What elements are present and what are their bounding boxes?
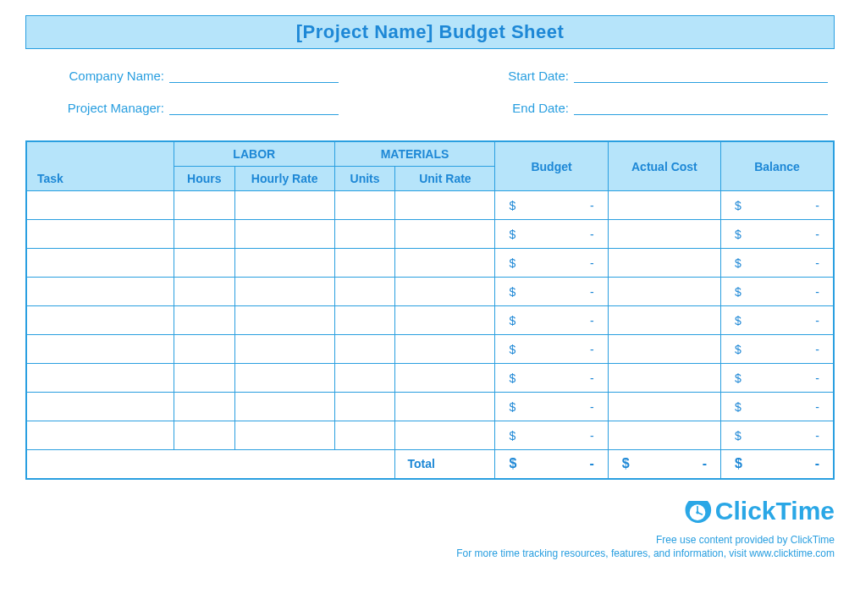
hourly-rate-cell[interactable] [234,191,334,220]
footer-line2: For more time tracking resources, featur… [25,547,835,559]
table-row: $-$- [26,364,834,393]
balance-cell[interactable]: $- [721,191,834,220]
col-budget: Budget [495,141,608,191]
units-cell[interactable] [334,191,395,220]
balance-cell[interactable]: $- [721,306,834,335]
hourly-rate-cell[interactable] [234,421,334,450]
balance-cell[interactable]: $- [721,335,834,364]
units-cell[interactable] [334,393,395,421]
task-cell[interactable] [26,306,174,335]
hourly-rate-cell[interactable] [234,278,334,306]
task-cell[interactable] [26,249,174,278]
footer: ClickTime Free use content provided by C… [25,497,835,559]
col-unit-rate: Unit Rate [395,167,495,191]
total-balance: $- [721,450,834,479]
actual-cost-cell[interactable] [608,306,720,335]
units-cell[interactable] [334,249,395,278]
end-date-input[interactable] [574,100,828,115]
hours-cell[interactable] [174,335,234,364]
hours-cell[interactable] [174,249,234,278]
budget-cell[interactable]: $- [495,278,608,306]
balance-cell[interactable]: $- [721,364,834,393]
actual-cost-cell[interactable] [608,220,720,249]
task-cell[interactable] [26,364,174,393]
balance-cell[interactable]: $- [721,393,834,421]
unit-rate-cell[interactable] [395,306,495,335]
actual-cost-cell[interactable] [608,335,720,364]
clicktime-logo: ClickTime [683,497,835,525]
hours-cell[interactable] [174,278,234,306]
project-manager-label: Project Manager: [25,101,169,115]
task-cell[interactable] [26,278,174,306]
unit-rate-cell[interactable] [395,364,495,393]
balance-cell[interactable]: $- [721,278,834,306]
balance-cell[interactable]: $- [721,421,834,450]
balance-cell[interactable]: $- [721,220,834,249]
units-cell[interactable] [334,421,395,450]
unit-rate-cell[interactable] [395,249,495,278]
hourly-rate-cell[interactable] [234,393,334,421]
clock-icon [683,497,712,525]
units-cell[interactable] [334,220,395,249]
hourly-rate-cell[interactable] [234,335,334,364]
task-cell[interactable] [26,335,174,364]
col-labor: LABOR [174,141,334,167]
hourly-rate-cell[interactable] [234,306,334,335]
task-cell[interactable] [26,421,174,450]
unit-rate-cell[interactable] [395,220,495,249]
start-date-label: Start Date: [430,69,574,83]
table-row: $-$- [26,249,834,278]
table-row: $-$- [26,191,834,220]
hours-cell[interactable] [174,421,234,450]
budget-cell[interactable]: $- [495,249,608,278]
end-date-label: End Date: [430,101,574,115]
actual-cost-cell[interactable] [608,191,720,220]
budget-cell[interactable]: $- [495,335,608,364]
company-name-input[interactable] [169,68,339,83]
task-cell[interactable] [26,220,174,249]
budget-table: Task LABOR MATERIALS Budget Actual Cost … [25,140,835,480]
budget-cell[interactable]: $- [495,306,608,335]
actual-cost-cell[interactable] [608,278,720,306]
unit-rate-cell[interactable] [395,335,495,364]
company-name-label: Company Name: [25,69,169,83]
units-cell[interactable] [334,335,395,364]
hourly-rate-cell[interactable] [234,364,334,393]
hours-cell[interactable] [174,191,234,220]
hours-cell[interactable] [174,220,234,249]
unit-rate-cell[interactable] [395,393,495,421]
hourly-rate-cell[interactable] [234,220,334,249]
hours-cell[interactable] [174,393,234,421]
budget-cell[interactable]: $- [495,393,608,421]
start-date-input[interactable] [574,68,828,83]
col-hourly-rate: Hourly Rate [234,167,334,191]
hourly-rate-cell[interactable] [234,249,334,278]
project-manager-input[interactable] [169,100,339,115]
hours-cell[interactable] [174,364,234,393]
task-cell[interactable] [26,191,174,220]
budget-cell[interactable]: $- [495,421,608,450]
total-row: Total $- $- $- [26,450,834,479]
task-cell[interactable] [26,393,174,421]
budget-cell[interactable]: $- [495,191,608,220]
footer-line1: Free use content provided by ClickTime [25,534,835,546]
actual-cost-cell[interactable] [608,393,720,421]
budget-cell[interactable]: $- [495,364,608,393]
units-cell[interactable] [334,278,395,306]
actual-cost-cell[interactable] [608,364,720,393]
col-actual: Actual Cost [608,141,720,191]
table-row: $-$- [26,393,834,421]
actual-cost-cell[interactable] [608,249,720,278]
unit-rate-cell[interactable] [395,421,495,450]
hours-cell[interactable] [174,306,234,335]
col-balance: Balance [721,141,834,191]
unit-rate-cell[interactable] [395,191,495,220]
unit-rate-cell[interactable] [395,278,495,306]
budget-cell[interactable]: $- [495,220,608,249]
actual-cost-cell[interactable] [608,421,720,450]
meta-section: Company Name: Project Manager: Start Dat… [25,68,835,132]
col-units: Units [334,167,395,191]
balance-cell[interactable]: $- [721,249,834,278]
units-cell[interactable] [334,364,395,393]
units-cell[interactable] [334,306,395,335]
